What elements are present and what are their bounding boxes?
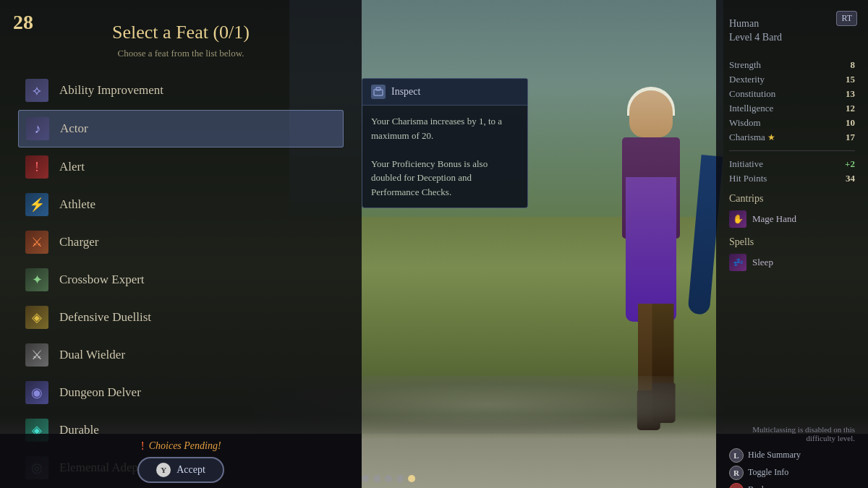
back-label: Back: [748, 484, 766, 488]
choices-pending: ! Choices Pending!: [140, 440, 221, 453]
stat-value-charisma: 17: [846, 132, 855, 143]
inspect-label: Inspect: [391, 86, 420, 98]
feat-name-athlete: Athlete: [59, 197, 95, 212]
feat-icon-alert: !: [25, 155, 48, 179]
dot-2: [373, 475, 380, 482]
stat-label-hitpoints: Hit Points: [729, 173, 767, 184]
hide-summary-button[interactable]: L: [729, 448, 744, 463]
sleep-name: Sleep: [752, 257, 773, 268]
feat-list: ⟡ Ability Improvement ♪ Actor ! Alert ⚡ …: [18, 72, 344, 488]
inspect-icon: [371, 85, 386, 99]
rt-button[interactable]: RT: [836, 11, 857, 26]
stat-value-wisdom: 10: [846, 117, 855, 129]
stat-label-intelligence: Intelligence: [729, 103, 773, 114]
feat-name-alert: Alert: [59, 160, 85, 174]
dot-5: [408, 475, 415, 482]
dot-1: [362, 475, 369, 482]
dot-3: [385, 475, 392, 482]
inspect-body: Your Charisma increases by 1, to a maxim…: [362, 106, 527, 207]
back-action[interactable]: B Back: [729, 483, 855, 489]
stat-label-charisma: Charisma ★: [729, 132, 775, 143]
stat-row-wisdom: Wisdom 10: [729, 117, 855, 129]
feat-item-dual-wielder[interactable]: ⚔ Dual Wielder: [18, 337, 344, 373]
stat-label-constitution: Constitution: [729, 88, 775, 100]
inspect-header: Inspect: [362, 79, 527, 106]
charisma-star: ★: [767, 132, 775, 142]
page-dots: [362, 475, 415, 482]
feat-icon-athlete: ⚡: [25, 193, 48, 216]
feat-item-defensive-duellist[interactable]: ◈ Defensive Duellist: [18, 299, 344, 335]
stat-value-initiative: +2: [845, 158, 855, 170]
feat-name-dungeon-delver: Dungeon Delver: [59, 385, 141, 400]
cantrips-title: Cantrips: [729, 193, 855, 205]
toggle-info-label: Toggle Info: [748, 467, 788, 478]
bottom-left: ! Choices Pending! Y Accept: [0, 434, 362, 488]
accept-button[interactable]: Y Accept: [137, 457, 224, 483]
bottom-bar: ! Choices Pending! Y Accept Multiclassin…: [0, 434, 868, 488]
cantrip-mage-hand: ✋ Mage Hand: [729, 210, 855, 228]
toggle-info-button[interactable]: R: [729, 466, 744, 480]
mage-hand-name: Mage Hand: [752, 213, 796, 225]
feat-name-ability-improvement: Ability Improvement: [59, 83, 163, 98]
feat-icon-crossbow-expert: ✦: [25, 268, 48, 291]
left-panel: 28 Select a Feat (0/1) Choose a feat fro…: [0, 0, 362, 488]
feat-name-dual-wielder: Dual Wielder: [59, 348, 125, 362]
stat-value-constitution: 13: [846, 88, 855, 100]
back-button[interactable]: B: [729, 483, 744, 489]
feat-icon-charger: ⚔: [25, 231, 48, 254]
feat-icon-dual-wielder: ⚔: [25, 343, 48, 367]
feat-item-athlete[interactable]: ⚡ Athlete: [18, 187, 344, 223]
hide-summary-label: Hide Summary: [748, 450, 801, 461]
stat-label-initiative: Initiative: [729, 158, 763, 170]
stat-row-initiative: Initiative +2: [729, 158, 855, 170]
feat-icon-defensive-duellist: ◈: [25, 306, 48, 329]
feat-icon-ability-improvement: ⟡: [25, 79, 48, 102]
stat-row-strength: Strength 8: [729, 59, 855, 71]
feat-name-crossbow-expert: Crossbow Expert: [59, 273, 145, 287]
choices-text: Choices Pending!: [149, 440, 221, 452]
stat-row-dexterity: Dexterity 15: [729, 74, 855, 85]
inspect-text: Your Charisma increases by 1, to a maxim…: [371, 114, 519, 199]
stat-divider: [729, 150, 855, 151]
stat-label-strength: Strength: [729, 59, 761, 71]
dot-4: [396, 475, 404, 482]
stat-row-hitpoints: Hit Points 34: [729, 173, 855, 184]
feat-name-actor: Actor: [60, 121, 88, 136]
feat-item-ability-improvement[interactable]: ⟡ Ability Improvement: [18, 72, 344, 108]
stat-label-wisdom: Wisdom: [729, 117, 761, 129]
right-panel: RT Human Level 4 Bard Strength 8 Dexteri…: [716, 0, 868, 488]
multiclass-note: Multiclassing is disabled on this diffic…: [729, 425, 855, 442]
stat-row-constitution: Constitution 13: [729, 88, 855, 100]
accept-label: Accept: [176, 464, 205, 476]
stat-row-intelligence: Intelligence 12: [729, 103, 855, 114]
feat-item-charger[interactable]: ⚔ Charger: [18, 224, 344, 260]
feat-item-alert[interactable]: ! Alert: [18, 149, 344, 185]
feat-name-defensive-duellist: Defensive Duellist: [59, 310, 151, 325]
stat-value-intelligence: 12: [846, 103, 855, 114]
feat-item-actor[interactable]: ♪ Actor: [18, 110, 344, 147]
y-button: Y: [156, 463, 171, 477]
spells-title: Spells: [729, 236, 855, 248]
stat-label-dexterity: Dexterity: [729, 74, 765, 85]
feat-item-crossbow-expert[interactable]: ✦ Crossbow Expert: [18, 262, 344, 298]
sleep-icon: 💤: [729, 254, 746, 271]
stat-value-hitpoints: 34: [846, 173, 855, 184]
toggle-info-action[interactable]: R Toggle Info: [729, 466, 855, 480]
stat-row-charisma: Charisma ★ 17: [729, 132, 855, 143]
feat-item-dungeon-delver[interactable]: ◉ Dungeon Delver: [18, 374, 344, 411]
level-badge: 28: [13, 11, 33, 34]
spell-sleep: 💤 Sleep: [729, 254, 855, 271]
feat-name-charger: Charger: [59, 235, 98, 249]
feat-icon-actor: ♪: [26, 117, 49, 140]
mage-hand-icon: ✋: [729, 210, 746, 228]
panel-subtitle: Choose a feat from the list below.: [18, 48, 344, 59]
svg-rect-1: [376, 87, 380, 90]
stat-value-strength: 8: [851, 59, 856, 71]
char-level: Level 4 Bard: [729, 32, 855, 43]
hide-summary-action[interactable]: L Hide Summary: [729, 448, 855, 463]
inspect-tooltip: Inspect Your Charisma increases by 1, to…: [362, 78, 528, 208]
panel-title: Select a Feat (0/1): [18, 22, 344, 43]
bottom-right: Multiclassing is disabled on this diffic…: [716, 434, 868, 488]
stat-value-dexterity: 15: [846, 74, 855, 85]
feat-icon-dungeon-delver: ◉: [25, 381, 48, 404]
